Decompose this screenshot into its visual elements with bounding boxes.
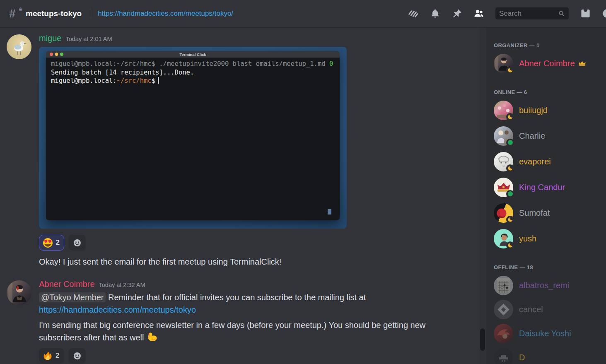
reaction-heart-eyes[interactable]: 2 [39, 235, 64, 251]
role-mention[interactable]: @Tokyo Member [39, 292, 106, 302]
section-offline: OFFLINE — 18 alba [494, 264, 603, 364]
member-charlie[interactable]: Charlie [494, 124, 603, 147]
member-name: Charlie [519, 131, 545, 141]
section-label: ONLINE — 6 [494, 89, 603, 95]
member-albatros-remi[interactable]: albatros_remi [494, 274, 603, 297]
heart-eyes-emoji [43, 238, 53, 248]
traffic-lights [50, 53, 63, 56]
terminal-prompt-symbol: $ [152, 77, 155, 84]
status-idle-icon [506, 113, 514, 121]
pin-icon[interactable] [451, 8, 462, 19]
author-name[interactable]: Abner Coimbre [39, 280, 95, 289]
avatar-abner-coimbre[interactable] [7, 280, 31, 305]
member-name: D [519, 353, 525, 362]
member-king-candur[interactable]: King Candur [494, 176, 603, 199]
terminal-title: Terminal Click [179, 52, 206, 57]
avatar-migue[interactable] [7, 34, 31, 59]
bell-icon[interactable] [430, 8, 440, 19]
inbox-icon[interactable] [580, 8, 591, 19]
search-field[interactable] [499, 10, 558, 18]
member-name: Daisuke Yoshi [519, 329, 571, 338]
author-name[interactable]: migue [39, 34, 61, 43]
reaction-count: 2 [56, 239, 60, 247]
avatar [494, 348, 513, 364]
status-idle-icon [506, 216, 514, 224]
reactions-row: 2 [39, 348, 479, 364]
terminal-window: Terminal Click miguel@mpb.local:~/src/hm… [46, 51, 340, 220]
header-toolbar: ? [408, 7, 606, 19]
member-name: yush [519, 234, 536, 243]
search-input[interactable] [495, 7, 569, 19]
message-text-2: I'm sending that big conference newslett… [39, 319, 445, 344]
avatar [494, 300, 513, 319]
timestamp: Today at 2:01 AM [65, 36, 112, 42]
lock-icon [18, 7, 23, 11]
search-icon [558, 10, 565, 17]
message-link[interactable]: https://handmadecities.com/meetups/tokyo [39, 305, 196, 314]
terminal-screenshot-attachment[interactable]: Terminal Click miguel@mpb.local:~/src/hm… [39, 47, 347, 229]
locked-channel-icon: # [9, 7, 22, 20]
message-text: @Tokyo Member Reminder that for official… [39, 291, 445, 316]
flexed-biceps-emoji [146, 331, 157, 342]
avatar [494, 324, 513, 343]
message-body: Reminder that for official invites you c… [108, 293, 366, 302]
header-divider [90, 8, 90, 19]
terminal-line2-output: Sending batch [14 recipients]...Done. [51, 69, 194, 76]
status-idle-icon [506, 164, 514, 172]
section-online: ONLINE — 6 [494, 89, 603, 250]
channel-header: # meetups-tokyo https://handmadecities.c… [0, 0, 606, 27]
status-idle-icon [506, 66, 514, 74]
help-icon[interactable]: ? [602, 8, 606, 19]
message-body-line1: I'm sending that big conference newslett… [39, 321, 425, 330]
terminal-line1-command: miguel@mpb.local:~/src/hmc$ ./meetupinvi… [51, 60, 326, 67]
byline: Abner Coimbre Today at 2:32 AM [39, 280, 479, 289]
message-abner: Abner Coimbre Today at 2:32 AM @Tokyo Me… [7, 280, 479, 364]
channel-topic-link[interactable]: https://handmadecities.com/meetups/tokyo… [98, 10, 233, 18]
add-reaction-smiley-icon [72, 351, 82, 361]
terminal-exit-code: 0 [329, 60, 333, 67]
discord-app: # meetups-tokyo https://handmadecities.c… [0, 0, 606, 364]
terminal-scroll-indicator [328, 209, 331, 215]
members-icon[interactable] [473, 8, 484, 19]
member-name: cancel [519, 305, 543, 314]
member-list: ORGANIZER — 1 [486, 27, 606, 364]
timestamp: Today at 2:32 AM [99, 282, 145, 288]
member-evaporei[interactable]: evaporei [494, 150, 603, 173]
terminal-prompt-path: ~/src/hmc [117, 77, 152, 84]
member-sumofat[interactable]: Sumofat [494, 201, 603, 224]
member-partial[interactable]: D [494, 346, 603, 364]
member-name: Sumofat [519, 208, 550, 218]
member-name: Abner Coimbre [519, 59, 575, 68]
member-name: buiiugjd [519, 106, 548, 115]
terminal-output: miguel@mpb.local:~/src/hmc$ ./meetupinvi… [46, 58, 340, 220]
status-idle-icon [506, 241, 514, 249]
chat-scrollbar-thumb[interactable] [480, 328, 485, 351]
status-online-icon [506, 139, 514, 147]
message-body-line2: subscribers after that as well [39, 333, 144, 342]
reactions-row: 2 [39, 235, 479, 251]
threads-icon[interactable] [408, 8, 418, 19]
terminal-titlebar: Terminal Click [46, 51, 340, 58]
section-label: ORGANIZER — 1 [494, 42, 603, 48]
chat-scrollbar[interactable] [479, 27, 486, 364]
add-reaction-smiley-icon [72, 238, 82, 248]
reaction-fire[interactable]: 2 [39, 348, 64, 364]
message-migue: migue Today at 2:01 AM Terminal Click [7, 34, 479, 268]
owner-crown-icon [578, 60, 586, 67]
message-list: migue Today at 2:01 AM Terminal Click [0, 27, 479, 364]
section-organizer: ORGANIZER — 1 [494, 42, 603, 75]
member-name: albatros_remi [519, 281, 569, 290]
add-reaction-button[interactable] [68, 235, 86, 251]
section-label: OFFLINE — 18 [494, 264, 603, 270]
member-buiiugjd[interactable]: buiiugjd [494, 99, 603, 122]
fire-emoji [43, 351, 53, 361]
message-text: Okay! I just sent the email for the firs… [39, 256, 445, 268]
add-reaction-button[interactable] [68, 348, 86, 364]
member-yush[interactable]: yush [494, 227, 603, 250]
member-cancel[interactable]: cancel [494, 298, 603, 321]
member-name: King Candur [519, 183, 565, 192]
member-daisuke-yoshi[interactable]: Daisuke Yoshi [494, 322, 603, 345]
member-abner-coimbre[interactable]: Abner Coimbre [494, 52, 603, 75]
member-name: evaporei [519, 157, 551, 166]
reaction-count: 2 [56, 352, 59, 360]
